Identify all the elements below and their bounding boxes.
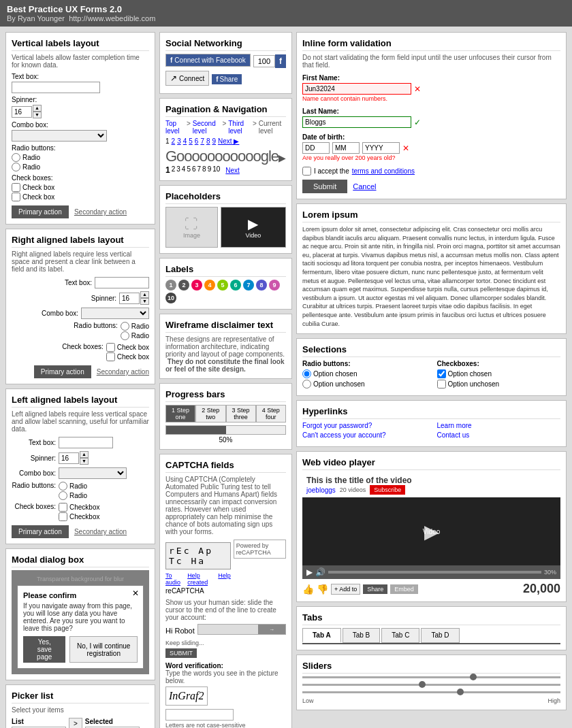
slider-2-track[interactable]	[302, 684, 560, 686]
gpage-7[interactable]: 7	[197, 165, 202, 175]
subscribe-btn[interactable]: Subscribe	[370, 485, 405, 495]
page-num-6[interactable]: 6	[195, 137, 199, 145]
hyp-learn-more[interactable]: Learn more	[437, 422, 561, 429]
gpage-8[interactable]: 8	[202, 165, 206, 175]
word-verify-input[interactable]	[165, 709, 234, 721]
captcha-slider-handle[interactable]: →	[258, 625, 285, 634]
l-spinner-input[interactable]	[59, 452, 79, 464]
hyp-cant-access[interactable]: Can't access your account?	[302, 431, 426, 439]
captcha-audio-link[interactable]: To audio	[165, 572, 183, 586]
gpage-2[interactable]: 2	[172, 165, 176, 175]
secondary-action-btn[interactable]: Secondary action	[74, 208, 127, 216]
r-radio-2[interactable]: Radio	[121, 331, 149, 340]
sel-radio-2[interactable]: Option unchosen	[302, 380, 426, 388]
spinner-down[interactable]: ▼	[33, 112, 42, 118]
submit-btn[interactable]: Submit	[302, 180, 347, 193]
radio-option-1[interactable]: Radio	[12, 153, 149, 162]
slider-1-track[interactable]	[302, 676, 560, 678]
page-next-link[interactable]: Next ▶	[218, 137, 239, 145]
combo-select[interactable]	[12, 130, 107, 142]
video-thumbdown[interactable]: 👎	[317, 584, 328, 595]
slider-1-thumb[interactable]	[470, 674, 477, 680]
checkbox-1[interactable]: Check box	[12, 183, 149, 192]
video-thumbup[interactable]: 👍	[302, 584, 314, 595]
gpage-4[interactable]: 4	[182, 165, 186, 175]
page-num-3[interactable]: 3	[177, 137, 181, 145]
hyp-contact-us[interactable]: Contact us	[437, 431, 561, 439]
l-checkbox-1[interactable]: Checkbox	[59, 503, 99, 512]
l-spinner-up[interactable]: ▲	[80, 451, 89, 458]
dob-mm-input[interactable]	[332, 142, 360, 154]
video-play-icon[interactable]: ▶	[248, 216, 258, 232]
page-num-2[interactable]: 2	[172, 137, 176, 145]
r-combo-select[interactable]	[81, 308, 149, 319]
l-combo-select[interactable]	[59, 467, 127, 479]
l-textbox-input[interactable]	[59, 437, 113, 448]
captcha-slider-track[interactable]: →	[197, 624, 286, 635]
gpage-9[interactable]: 9	[208, 165, 212, 175]
gpage-1[interactable]: 1	[165, 165, 170, 175]
breadcrumb-link-3[interactable]: Third level	[228, 120, 251, 135]
breadcrumb-link-1[interactable]: Top level	[165, 120, 185, 135]
textbox-input[interactable]	[12, 82, 100, 93]
slider-3-track[interactable]	[302, 691, 560, 693]
video-progress-bar[interactable]	[328, 571, 541, 574]
gpage-6[interactable]: 6	[192, 165, 196, 175]
checkbox-2[interactable]: Check box	[12, 193, 149, 201]
connect-btn-2[interactable]: ↗ Connect	[165, 71, 209, 86]
l-radio-1[interactable]: Radio	[59, 482, 87, 491]
gpage-5[interactable]: 5	[187, 165, 191, 175]
tab-d[interactable]: Tab D	[421, 628, 459, 643]
tab-c[interactable]: Tab C	[381, 628, 419, 643]
breadcrumb-link-2[interactable]: Second level	[193, 120, 221, 135]
captcha-help2-link[interactable]: Help	[218, 572, 231, 586]
slider-3-thumb[interactable]	[457, 689, 464, 695]
sel-check-2[interactable]: Option unchosen	[437, 380, 561, 388]
l-primary-btn[interactable]: Primary action	[12, 525, 69, 538]
volume-ctrl-btn[interactable]: 🔊	[315, 567, 325, 577]
spinner-input[interactable]	[12, 106, 32, 118]
l-secondary-btn[interactable]: Secondary action	[74, 528, 127, 535]
l-radio-2[interactable]: Radio	[59, 491, 87, 500]
r-secondary-btn[interactable]: Secondary action	[97, 368, 149, 376]
r-textbox-input[interactable]	[95, 277, 149, 288]
radio-option-2[interactable]: Radio	[12, 163, 149, 171]
spinner-up[interactable]: ▲	[33, 105, 42, 112]
cancel-btn[interactable]: Cancel	[353, 180, 376, 193]
tab-a[interactable]: Tab A	[302, 628, 341, 643]
modal-yes-btn[interactable]: Yes, save page	[23, 636, 65, 663]
terms-checkbox[interactable]	[302, 167, 311, 176]
l-checkbox-2[interactable]: Checkbox	[59, 512, 99, 521]
last-name-input[interactable]	[302, 116, 411, 128]
r-radio-1[interactable]: Radio	[121, 322, 149, 331]
page-num-9[interactable]: 9	[212, 137, 217, 145]
page-num-5[interactable]: 5	[189, 137, 193, 145]
modal-no-btn[interactable]: No, I will continue registration	[69, 636, 138, 663]
page-num-7[interactable]: 7	[200, 137, 204, 145]
google-next-link[interactable]: Next	[225, 167, 240, 174]
share-btn[interactable]: f Share	[212, 74, 242, 84]
captcha-submit-btn[interactable]: SUBMIT	[165, 648, 197, 658]
play-ctrl-btn[interactable]: ▶	[306, 567, 313, 577]
tab-b[interactable]: Tab B	[343, 628, 381, 643]
r-spinner-input[interactable]	[119, 293, 140, 304]
hyp-forgot-password[interactable]: Forgot your password?	[302, 422, 426, 429]
page-num-4[interactable]: 4	[183, 137, 187, 145]
add-to-btn[interactable]: + Add to	[331, 584, 360, 595]
r-spinner-down[interactable]: ▼	[140, 298, 149, 305]
captcha-help-link[interactable]: Help created	[187, 572, 214, 586]
gpage-3[interactable]: 3	[176, 165, 180, 175]
video-share-btn[interactable]: Share	[363, 584, 387, 594]
l-spinner-down[interactable]: ▼	[80, 458, 89, 465]
dob-yyyy-input[interactable]	[362, 142, 400, 154]
r-primary-btn[interactable]: Primary action	[34, 365, 91, 378]
modal-close-btn[interactable]: ✕	[132, 589, 139, 598]
first-name-input[interactable]	[302, 83, 411, 95]
primary-action-btn[interactable]: Primary action	[12, 205, 69, 218]
gpage-10[interactable]: 10	[212, 165, 220, 175]
video-embed-btn[interactable]: Embed	[390, 584, 418, 594]
r-checkbox-2[interactable]: Check box	[106, 352, 149, 361]
r-checkbox-1[interactable]: Check box	[106, 343, 149, 352]
connect-facebook-btn[interactable]: f Connect with Facebook	[165, 54, 251, 67]
sel-check-1[interactable]: Option chosen	[437, 369, 561, 378]
